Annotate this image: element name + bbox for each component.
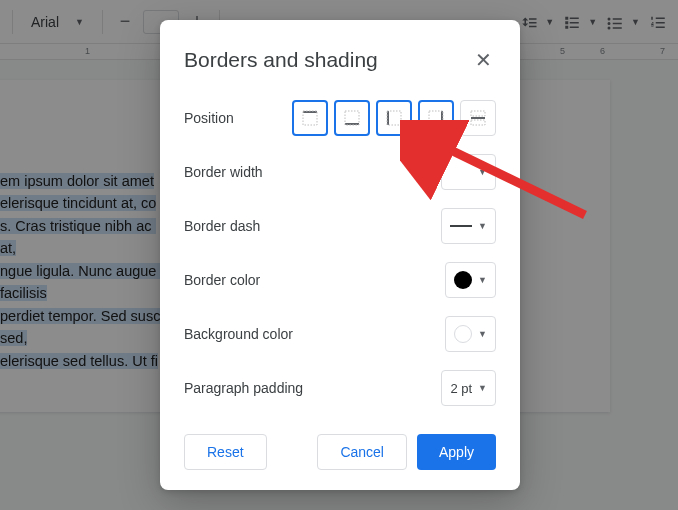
solid-line-icon xyxy=(450,225,472,227)
reset-button[interactable]: Reset xyxy=(184,434,267,470)
paragraph-padding-value: 2 pt xyxy=(450,381,472,396)
paragraph-padding-label: Paragraph padding xyxy=(184,380,303,396)
background-color-select[interactable]: ▼ xyxy=(445,316,496,352)
border-dash-select[interactable]: ▼ xyxy=(441,208,496,244)
close-icon[interactable]: ✕ xyxy=(471,44,496,76)
svg-rect-5 xyxy=(387,111,401,125)
position-label: Position xyxy=(184,110,234,126)
borders-and-shading-dialog: Borders and shading ✕ Position Border wi… xyxy=(160,20,520,490)
svg-rect-9 xyxy=(471,111,485,116)
position-group xyxy=(292,100,496,136)
border-width-label: Border width xyxy=(184,164,263,180)
paragraph-padding-select[interactable]: 2 pt ▼ xyxy=(441,370,496,406)
svg-rect-7 xyxy=(429,111,443,125)
svg-rect-10 xyxy=(471,120,485,125)
svg-rect-3 xyxy=(345,111,359,125)
chevron-down-icon: ▼ xyxy=(478,329,487,339)
border-bottom-button[interactable] xyxy=(334,100,370,136)
chevron-down-icon: ▼ xyxy=(478,275,487,285)
svg-rect-1 xyxy=(303,111,317,125)
border-between-button[interactable] xyxy=(460,100,496,136)
border-dash-label: Border dash xyxy=(184,218,260,234)
color-swatch-icon xyxy=(454,271,472,289)
border-width-select[interactable]: ▼ xyxy=(441,154,496,190)
border-top-button[interactable] xyxy=(292,100,328,136)
color-swatch-icon xyxy=(454,325,472,343)
dialog-title: Borders and shading xyxy=(184,48,378,72)
border-left-button[interactable] xyxy=(376,100,412,136)
chevron-down-icon: ▼ xyxy=(478,383,487,393)
border-color-label: Border color xyxy=(184,272,260,288)
background-color-label: Background color xyxy=(184,326,293,342)
chevron-down-icon: ▼ xyxy=(478,167,487,177)
chevron-down-icon: ▼ xyxy=(478,221,487,231)
apply-button[interactable]: Apply xyxy=(417,434,496,470)
border-color-select[interactable]: ▼ xyxy=(445,262,496,298)
cancel-button[interactable]: Cancel xyxy=(317,434,407,470)
svg-rect-8 xyxy=(471,117,485,119)
border-right-button[interactable] xyxy=(418,100,454,136)
